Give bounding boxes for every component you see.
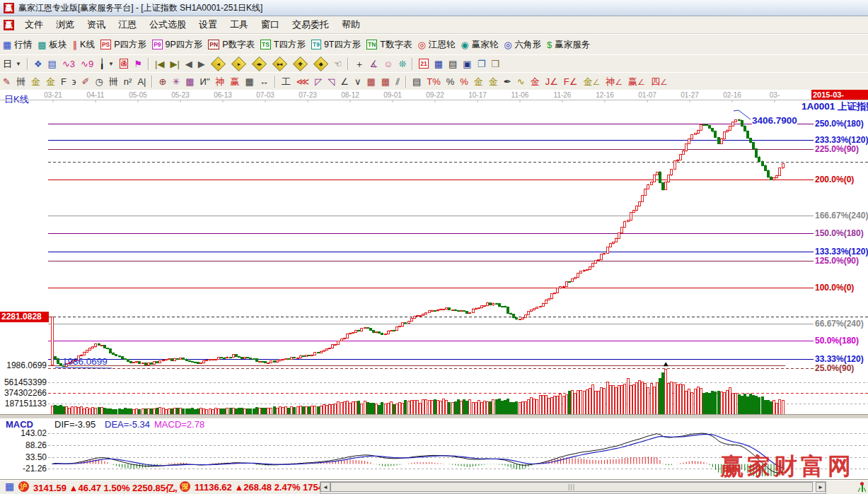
red-grid2-tool-icon[interactable]: ▦ bbox=[378, 76, 393, 88]
k-note-tool-icon[interactable]: И" bbox=[197, 76, 213, 88]
shanghai-market-icon[interactable]: 沪 bbox=[18, 481, 29, 492]
menu-item-0[interactable]: 文件 bbox=[18, 17, 50, 33]
p9-square-button[interactable]: P99P四方形 bbox=[149, 38, 205, 52]
save-icon[interactable]: ▣ bbox=[460, 58, 474, 70]
fit-diamond-icon[interactable]: ✚ bbox=[290, 57, 311, 71]
web-sync-icon[interactable]: ❐ bbox=[475, 58, 489, 70]
gold-line-tool-icon[interactable]: 金 bbox=[486, 76, 501, 88]
scroll-right-arrow[interactable]: ► bbox=[816, 482, 826, 492]
circle-cross-tool-icon[interactable]: ⊕ bbox=[156, 76, 169, 88]
zigzag-tool-icon[interactable]: ∨ bbox=[352, 76, 364, 88]
menu-item-5[interactable]: 设置 bbox=[192, 17, 224, 33]
scroll-left-arrow[interactable]: ◄ bbox=[320, 482, 330, 492]
report-icon[interactable]: ▤ bbox=[45, 58, 59, 70]
quote-grid-icon[interactable]: ▦ bbox=[4, 481, 15, 492]
clock-tool-icon[interactable]: ◷ bbox=[93, 76, 106, 88]
gold-circle-tool-icon[interactable]: 金 bbox=[471, 76, 486, 88]
expand-diamond-icon[interactable]: ◂▸ bbox=[249, 57, 270, 71]
ink-pen-tool-icon[interactable]: ✒ bbox=[501, 76, 514, 88]
full-diamond-icon[interactable]: ◆ bbox=[311, 57, 331, 71]
menu-item-7[interactable]: 窗口 bbox=[255, 17, 286, 33]
gold-grid-tool-icon[interactable]: 金 bbox=[28, 76, 43, 88]
last-bar-icon[interactable]: ▶| bbox=[167, 58, 182, 70]
pattern-icon[interactable]: ❊ bbox=[395, 58, 409, 70]
shenzhen-index-quote[interactable]: 11136.62 ▲268.48 2.47% 1754.37 bbox=[195, 482, 336, 493]
four-angle-tool-icon[interactable]: 四∠ bbox=[648, 76, 671, 88]
zoom-left-diamond-icon[interactable]: ◂ bbox=[208, 57, 228, 71]
shenzhen-market-icon[interactable]: 深 bbox=[180, 481, 190, 492]
angle-lines-tool-icon[interactable]: ∠ bbox=[337, 76, 352, 88]
prev-bar-icon[interactable]: ◀ bbox=[183, 58, 195, 70]
hand-icon[interactable]: ☜ bbox=[331, 58, 345, 70]
chart-canvas[interactable]: 日K线 03-2104-1105-0505-2306-1307-0307-230… bbox=[0, 90, 868, 479]
menu-item-3[interactable]: 江恩 bbox=[112, 17, 143, 33]
compress-diamond-icon[interactable]: ▸◂ bbox=[270, 57, 290, 71]
zoom-right-diamond-icon[interactable]: ▸ bbox=[228, 57, 249, 71]
grid-circle-tool-icon[interactable]: ▦ bbox=[183, 76, 197, 88]
network-icon[interactable]: ❖ bbox=[31, 58, 45, 70]
hexagon-button[interactable]: ◎六角形 bbox=[501, 38, 544, 52]
fan-box2-tool-icon[interactable]: ◹ bbox=[325, 76, 337, 88]
percent-tool-icon[interactable]: % bbox=[444, 76, 458, 88]
sectors-button[interactable]: ▩板块 bbox=[35, 38, 69, 52]
menu-item-1[interactable]: 浏览 bbox=[50, 17, 81, 33]
shen-angle-tool-icon[interactable]: 神∠ bbox=[603, 76, 625, 88]
tsquare-tool-icon[interactable]: 工 bbox=[279, 76, 294, 88]
formula-icon[interactable]: 函 bbox=[117, 58, 132, 69]
period-selector[interactable]: 日▼ bbox=[0, 58, 24, 70]
winner-wheel-button[interactable]: ◉赢家轮 bbox=[458, 38, 501, 52]
p-square-button[interactable]: PSP四方形 bbox=[98, 38, 149, 52]
gann-grid-tool-icon[interactable]: 卌 bbox=[13, 76, 28, 88]
first-bar-icon[interactable]: |◀ bbox=[152, 58, 167, 70]
stats-face-icon[interactable]: ☺ bbox=[381, 58, 395, 70]
workstation-icon[interactable]: ❒ bbox=[488, 58, 502, 70]
gold-wave-tool-icon[interactable]: ∿ bbox=[514, 76, 528, 88]
red-grid-tool-icon[interactable]: ▦ bbox=[364, 76, 378, 88]
menu-item-8[interactable]: 交易委托 bbox=[286, 17, 335, 33]
menu-item-6[interactable]: 工具 bbox=[224, 17, 255, 33]
span-tool-icon[interactable]: ↔ bbox=[257, 76, 272, 88]
calculator-icon[interactable]: ▦ bbox=[432, 58, 446, 70]
mirror-tool-icon[interactable]: A| bbox=[134, 76, 149, 88]
t9-square-button[interactable]: T99T四方形 bbox=[308, 38, 364, 52]
notepad-icon[interactable]: ▤ bbox=[446, 58, 460, 70]
gann-wheel-button[interactable]: ◎江恩轮 bbox=[415, 38, 458, 52]
j-angle-tool-icon[interactable]: J∠ bbox=[543, 76, 561, 88]
pen-tool-icon[interactable]: ✎ bbox=[0, 76, 13, 88]
winner-service-button[interactable]: $赢家服务 bbox=[544, 38, 593, 52]
horizontal-scrollbar[interactable]: ◄ ||| ► bbox=[320, 481, 826, 494]
spiral-tool-icon[interactable]: ϶ bbox=[69, 76, 79, 88]
fan-lines-tool-icon[interactable]: ⋘ bbox=[294, 76, 313, 88]
star-circle-tool-icon[interactable]: ✳ bbox=[169, 76, 183, 88]
ruler-tool-icon[interactable]: 卌 bbox=[106, 76, 121, 88]
menu-item-4[interactable]: 公式选股 bbox=[143, 17, 192, 33]
shanghai-index-quote[interactable]: 3141.59 ▲46.47 1.50% 2250.85亿, bbox=[33, 482, 178, 494]
t-table-button[interactable]: TNT数字表 bbox=[364, 38, 415, 52]
calendar-icon[interactable]: 21 bbox=[416, 58, 431, 69]
gold-angle-tool-icon[interactable]: 金∠ bbox=[580, 76, 603, 88]
wave9-icon[interactable]: ∿9 bbox=[78, 58, 96, 70]
fan-box-tool-icon[interactable]: ◸ bbox=[312, 76, 325, 88]
grid123-tool-icon[interactable]: ▦ bbox=[243, 76, 257, 88]
menu-item-2[interactable]: 资讯 bbox=[81, 17, 112, 33]
win-tool-icon[interactable]: 赢 bbox=[228, 76, 243, 88]
macd-indicator-label[interactable]: MACD bbox=[6, 419, 33, 430]
kline-button[interactable]: ∥K线 bbox=[70, 38, 98, 52]
ruler-list-tool-icon[interactable]: ▤ bbox=[410, 76, 424, 88]
flag-icon[interactable]: ⚑ bbox=[131, 58, 145, 70]
next-bar-icon[interactable]: ▶ bbox=[195, 58, 208, 70]
wave3-icon[interactable]: ∿3 bbox=[59, 58, 78, 70]
percent-red-tool-icon[interactable]: % bbox=[457, 76, 471, 88]
win-angle-tool-icon[interactable]: 赢∠ bbox=[625, 76, 648, 88]
brush-tool-icon[interactable]: ✐ bbox=[79, 76, 93, 88]
menu-item-9[interactable]: 帮助 bbox=[335, 17, 366, 33]
protractor-icon[interactable]: ∡ bbox=[366, 58, 381, 70]
f-grid-tool-icon[interactable]: F bbox=[58, 76, 69, 88]
gold-grid2-tool-icon[interactable]: 金 bbox=[43, 76, 58, 88]
title-bar[interactable]: 赢 赢家江恩专业版[赢家服务平台] - [上证指数 SH1A0001-251日K… bbox=[0, 0, 868, 16]
parallel-tool-icon[interactable]: ⫽ bbox=[393, 76, 403, 88]
scrollbar-thumb[interactable]: ||| bbox=[330, 482, 813, 492]
quotes-button[interactable]: ▦行情 bbox=[0, 38, 35, 52]
gold-red-tool-icon[interactable]: 金 bbox=[528, 76, 543, 88]
n2-tool-icon[interactable]: n² bbox=[121, 76, 135, 88]
